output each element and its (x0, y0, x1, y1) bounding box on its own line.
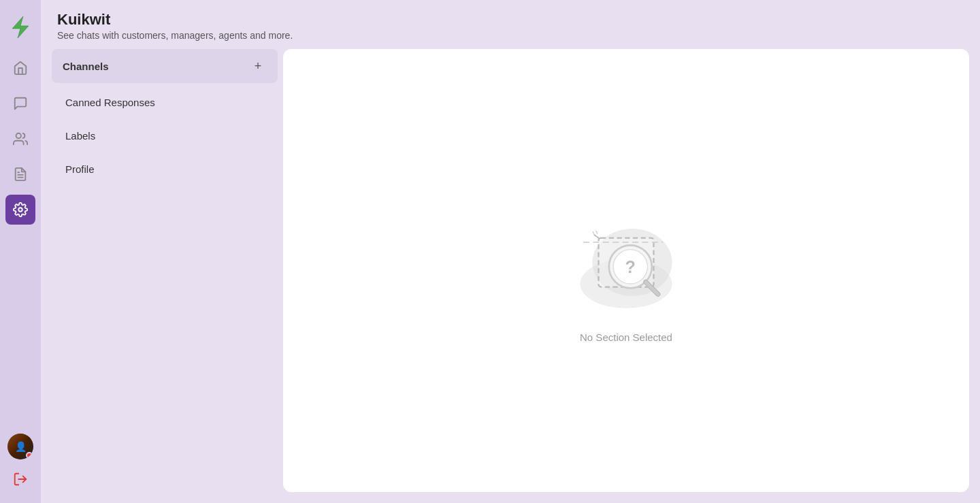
top-header: Kuikwit See chats with customers, manage… (41, 0, 980, 49)
bottom-icons: 👤 (7, 434, 33, 503)
settings-nav: Channels + Canned Responses Labels Profi… (52, 49, 283, 492)
nav-item-profile[interactable]: Profile (52, 152, 278, 186)
svg-point-0 (16, 133, 21, 138)
app-subtitle: See chats with customers, managers, agen… (57, 30, 964, 41)
nav-home-button[interactable] (5, 53, 35, 83)
channels-header[interactable]: Channels + (52, 49, 278, 83)
empty-state: ? No Section Selected (565, 198, 687, 343)
icon-sidebar: 👤 (0, 0, 41, 503)
user-avatar-button[interactable]: 👤 (7, 434, 33, 459)
empty-state-text: No Section Selected (580, 331, 672, 343)
nav-item-canned-responses[interactable]: Canned Responses (52, 86, 278, 119)
nav-icons (0, 53, 41, 434)
nav-reports-button[interactable] (5, 159, 35, 189)
nav-item-labels[interactable]: Labels (52, 119, 278, 152)
nav-settings-button[interactable] (5, 195, 35, 225)
main-panel: ? No Section Selected (283, 49, 969, 492)
channels-label: Channels (63, 61, 109, 72)
content-row: Channels + Canned Responses Labels Profi… (41, 49, 980, 503)
nav-contacts-button[interactable] (5, 124, 35, 154)
logout-button[interactable] (7, 466, 33, 492)
app-logo-icon (10, 15, 31, 39)
main-wrapper: Kuikwit See chats with customers, manage… (41, 0, 980, 503)
svg-point-3 (18, 208, 22, 212)
app-title: Kuikwit (57, 11, 964, 29)
empty-illustration: ? (565, 198, 687, 321)
nav-chat-button[interactable] (5, 88, 35, 118)
svg-text:?: ? (625, 257, 636, 276)
notification-dot (26, 452, 33, 459)
logo-area (0, 8, 41, 53)
add-channel-button[interactable]: + (249, 57, 267, 75)
